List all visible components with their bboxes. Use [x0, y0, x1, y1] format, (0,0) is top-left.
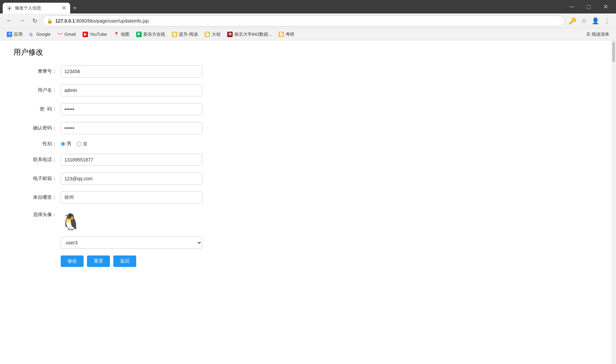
bookmark-nanjing[interactable]: 南 南京大学842数据...: [225, 30, 274, 39]
account-icon-button[interactable]: 👤: [590, 16, 600, 26]
star-icon-button[interactable]: ☆: [579, 16, 589, 26]
bookmark-dachuang[interactable]: 📄 大创: [202, 30, 223, 39]
minimize-button[interactable]: ─: [564, 1, 580, 12]
gender-options: 男 女: [61, 141, 88, 147]
location-row: 来自哪里：: [13, 191, 317, 204]
bookmark-google[interactable]: G Google: [27, 30, 53, 38]
bookmark-kaoyuan[interactable]: 📄 考研: [276, 30, 297, 39]
bookmark-dachuang-label: 大创: [212, 31, 221, 37]
confirm-password-label: 确认密码：: [13, 125, 61, 131]
page-title: 用户修改: [13, 47, 603, 57]
gender-male-option[interactable]: 男: [61, 141, 71, 147]
dachuang-icon: 📄: [205, 32, 210, 37]
svg-text:G: G: [29, 32, 33, 37]
bookmark-google-label: Google: [36, 32, 51, 37]
email-label: 电子邮箱：: [13, 176, 61, 182]
active-tab[interactable]: ● 修改个人信息 ✕: [3, 3, 70, 13]
username-input[interactable]: [61, 84, 202, 96]
reading-list-icon: ☰: [586, 32, 590, 37]
momo-row: 摩摩号：: [13, 65, 317, 78]
back-nav-button[interactable]: ←: [4, 16, 14, 26]
url-text: 127.0.0.1:8080/bbs/page/user/updateinfo.…: [55, 18, 560, 24]
bookmarks-right: ☰ 阅读清单: [584, 30, 612, 39]
window-controls: ─ □ ✕: [564, 1, 613, 12]
phone-label: 联系电话：: [13, 157, 61, 163]
email-input[interactable]: [61, 173, 202, 185]
xdf-icon: 新: [136, 32, 142, 37]
bookmark-xdf-label: 新东方在线: [143, 31, 165, 37]
bookmark-gmail-label: Gmail: [64, 32, 76, 37]
bookmark-xdf[interactable]: 新 新东方在线: [134, 30, 168, 39]
close-window-button[interactable]: ✕: [598, 1, 613, 12]
avatar-select[interactable]: user1 user2 user3 user4 user5: [61, 237, 202, 249]
bookmark-maps-label: 地图: [121, 31, 129, 37]
confirm-password-input[interactable]: [61, 122, 202, 134]
reset-button[interactable]: 重置: [87, 255, 110, 267]
avatar-preview: 🐧: [61, 210, 81, 234]
submit-button[interactable]: 修改: [61, 255, 84, 267]
username-row: 用户名：: [13, 84, 317, 96]
username-label: 用户名：: [13, 87, 61, 93]
password-input[interactable]: [61, 103, 202, 115]
location-label: 来自哪里：: [13, 194, 61, 201]
reading-list-label: 阅读清单: [592, 31, 609, 37]
tab-title: 修改个人信息: [15, 5, 59, 11]
key-icon-button[interactable]: 🔑: [567, 16, 578, 26]
phone-row: 联系电话：: [13, 154, 317, 166]
scrollbar[interactable]: [611, 40, 616, 364]
reading-list-button[interactable]: ☰ 阅读清单: [584, 30, 612, 39]
scrollbar-thumb[interactable]: [612, 42, 615, 62]
url-path: :8080/bbs/page/user/updateinfo.jsp: [75, 18, 149, 24]
address-bar[interactable]: 🔒 127.0.0.1:8080/bbs/page/user/updateinf…: [42, 16, 565, 26]
momo-input[interactable]: [61, 65, 202, 78]
avatar-row: 选择头像： 🐧 user1 user2 user3 user4 user5: [13, 210, 317, 249]
maps-icon: 📍: [114, 32, 119, 37]
tisheng-icon: 📄: [172, 32, 177, 37]
youtube-icon: ▶: [83, 32, 88, 37]
bookmark-apps-label: 应用: [14, 31, 23, 37]
bookmark-kaoyuan-label: 考研: [286, 31, 294, 37]
gender-male-radio[interactable]: [61, 142, 65, 146]
email-row: 电子邮箱：: [13, 173, 317, 185]
button-row: 修改 重置 返回: [61, 255, 317, 267]
bookmarks-bar: ⠿ 应用 G Google Gmail ▶ YouTube 📍 地图 新 新东方…: [0, 28, 616, 40]
browser-chrome: ● 修改个人信息 ✕ + ─ □ ✕ ← → ↻ 🔒 127.0.0.1:808…: [0, 0, 616, 40]
password-row: 密 码：: [13, 103, 317, 115]
bookmark-tisheng[interactable]: 📄 提升-阅读: [169, 30, 201, 39]
tab-favicon: ●: [7, 5, 12, 11]
url-domain: 127.0.0.1: [55, 18, 75, 24]
bookmark-apps[interactable]: ⠿ 应用: [4, 30, 25, 39]
gender-female-radio[interactable]: [77, 142, 82, 146]
bookmark-nanjing-label: 南京大学842数据...: [234, 31, 272, 37]
gender-male-label: 男: [67, 141, 71, 147]
nav-tools: 🔑 ☆ 👤 ⋮: [567, 16, 612, 26]
tab-area: ● 修改个人信息 ✕ +: [3, 0, 561, 13]
bookmark-youtube-label: YouTube: [90, 32, 107, 37]
avatar-label: 选择头像：: [13, 210, 61, 218]
nanjing-icon: 南: [227, 32, 233, 37]
forward-nav-button[interactable]: →: [17, 16, 27, 26]
back-button[interactable]: 返回: [113, 255, 136, 267]
title-bar: ● 修改个人信息 ✕ + ─ □ ✕: [0, 0, 616, 13]
bookmark-maps[interactable]: 📍 地图: [111, 30, 132, 39]
momo-label: 摩摩号：: [13, 68, 61, 74]
location-input[interactable]: [61, 191, 202, 204]
refresh-nav-button[interactable]: ↻: [30, 16, 40, 26]
nav-bar: ← → ↻ 🔒 127.0.0.1:8080/bbs/page/user/upd…: [0, 13, 616, 28]
bookmark-gmail[interactable]: Gmail: [55, 30, 79, 38]
phone-input[interactable]: [61, 154, 202, 166]
form-container: 摩摩号： 用户名： 密 码： 确认密码： 性别： 男: [13, 65, 317, 267]
kaoyuan-icon: 📄: [278, 32, 284, 37]
lock-icon: 🔒: [47, 18, 53, 24]
menu-icon-button[interactable]: ⋮: [602, 16, 612, 26]
gender-female-option[interactable]: 女: [77, 141, 88, 147]
close-tab-button[interactable]: ✕: [62, 5, 66, 11]
maximize-button[interactable]: □: [581, 1, 596, 12]
confirm-password-row: 确认密码：: [13, 122, 317, 134]
google-icon: G: [29, 32, 35, 37]
apps-icon: ⠿: [7, 32, 12, 37]
avatar-section: 🐧 user1 user2 user3 user4 user5: [61, 210, 202, 249]
bookmark-youtube[interactable]: ▶ YouTube: [80, 30, 110, 38]
gender-female-label: 女: [83, 141, 88, 147]
new-tab-button[interactable]: +: [70, 3, 80, 13]
